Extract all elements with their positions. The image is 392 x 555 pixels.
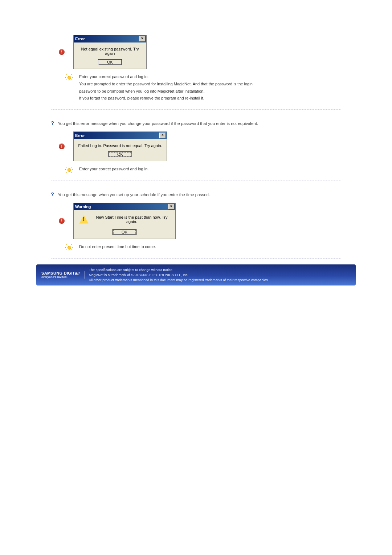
footer-line: MagicNet is a trademark of SAMSUNG ELECT…	[89, 272, 269, 278]
dialog-title: Warning	[75, 204, 91, 209]
section-change-password-error: ? You get this error message when you ch…	[51, 110, 341, 181]
question-text: You get this error message when you chan…	[58, 120, 258, 128]
logo-text-1: SAMSUNG DIGIT	[41, 271, 75, 275]
footer-line: All other product trademarks mentioned i…	[89, 278, 269, 283]
error-dialog: Error × Failed Log in. Password is not e…	[73, 131, 167, 161]
ok-button[interactable]: OK	[113, 229, 136, 235]
content-area: ! Error × Not equal existing password. T…	[0, 29, 392, 259]
question-mark-icon: ?	[51, 120, 54, 126]
close-button[interactable]: ×	[159, 133, 166, 138]
footer-logo: SAMSUNG DIGITall everyone's invited.	[41, 271, 85, 279]
close-button[interactable]: ×	[139, 36, 146, 42]
close-button[interactable]: ×	[168, 204, 175, 210]
logo-text-2: all	[75, 271, 80, 275]
dialog-titlebar: Error ×	[74, 132, 167, 139]
footer-line: The specifications are subject to change…	[89, 267, 269, 272]
dialog-row: ! Warning × ! New Start Time is the past…	[59, 203, 341, 239]
dialog-row: ! Error × Failed Log in. Password is not…	[59, 131, 341, 161]
warning-dialog: Warning × ! New Start Time is the past t…	[73, 203, 176, 239]
tip-line: Enter your correct password and log in.	[79, 73, 253, 81]
error-bullet-icon: !	[59, 218, 65, 224]
dialog-titlebar: Warning ×	[74, 203, 175, 210]
dialog-message: Not equal existing password. Try again	[77, 47, 143, 56]
question-row: ? You get this message when you set up y…	[51, 185, 341, 200]
sun-tip-icon	[65, 244, 73, 251]
dialog-body: ! New Start Time is the past than now. T…	[74, 210, 175, 226]
footer-logo-main: SAMSUNG DIGITall	[41, 271, 80, 275]
dialog-titlebar: Error ×	[74, 35, 146, 42]
sun-tip-icon	[65, 74, 73, 81]
dialog-body: Not equal existing password. Try again O…	[74, 42, 146, 69]
tip-row: Enter your correct password and log in.	[65, 166, 341, 173]
section-schedule-warning: ? You get this message when you set up y…	[51, 181, 341, 259]
sun-tip-icon	[65, 166, 73, 173]
section-password-not-equal: ! Error × Not equal existing password. T…	[51, 29, 341, 110]
ok-button[interactable]: OK	[98, 59, 122, 65]
ok-button[interactable]: OK	[108, 151, 132, 157]
dialog-title: Error	[75, 37, 85, 41]
tip-text: Do not enter present time but time to co…	[79, 243, 156, 251]
warning-triangle-icon: !	[79, 215, 89, 224]
page: ! Error × Not equal existing password. T…	[0, 0, 392, 285]
dialog-row: ! Error × Not equal existing password. T…	[59, 35, 341, 69]
dialog-message: Failed Log in. Password is not equal. Tr…	[77, 143, 163, 148]
tip-line: password to be prompted when you log int…	[79, 88, 253, 95]
footer-bar: SAMSUNG DIGITall everyone's invited. The…	[36, 264, 356, 285]
ok-wrap: OK	[74, 226, 175, 239]
error-bullet-icon: !	[59, 49, 65, 55]
tip-line: You are prompted to enter the password f…	[79, 81, 253, 88]
question-text: You get this message when you set up you…	[58, 191, 210, 199]
tip-row: Enter your correct password and log in. …	[65, 73, 341, 102]
dialog-message: New Start Time is the past than now. Try…	[93, 215, 170, 224]
question-row: ? You get this error message when you ch…	[51, 113, 341, 129]
tip-line: If you forget the password, please remov…	[79, 95, 253, 102]
footer-logo-sub: everyone's invited.	[41, 276, 80, 279]
footer-text: The specifications are subject to change…	[89, 267, 269, 282]
dialog-body: Failed Log in. Password is not equal. Tr…	[74, 139, 167, 161]
error-bullet-icon: !	[59, 143, 65, 149]
dialog-title: Error	[75, 133, 85, 138]
tip-text-block: Enter your correct password and log in. …	[79, 73, 253, 102]
tip-row: Do not enter present time but time to co…	[65, 243, 341, 251]
tip-text: Enter your correct password and log in.	[79, 166, 148, 173]
question-mark-icon: ?	[51, 191, 54, 198]
error-dialog: Error × Not equal existing password. Try…	[73, 35, 147, 69]
